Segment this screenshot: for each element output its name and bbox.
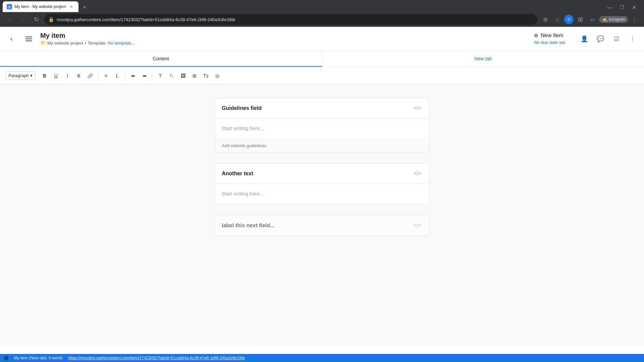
url-text: moodjoy.gathercontent.com/item/17423032?… bbox=[57, 17, 533, 22]
template-link[interactable]: No template... bbox=[108, 41, 135, 46]
header-actions: 👤 💬 ☑ ⋮ bbox=[578, 33, 639, 45]
back-button[interactable]: ← bbox=[4, 14, 15, 25]
extensions-button[interactable]: ⚙ bbox=[540, 14, 551, 25]
field-card-label: label this next field... </> bbox=[215, 215, 429, 236]
status-label[interactable]: New Item bbox=[541, 33, 564, 39]
underline-button[interactable]: U bbox=[51, 71, 61, 81]
more-options-button[interactable]: ⋮ bbox=[627, 33, 639, 45]
content-area[interactable]: Guidelines field </> Start writing here.… bbox=[0, 84, 644, 346]
status-dot bbox=[534, 34, 538, 38]
field-hint-guidelines: Add website guidelines bbox=[215, 139, 429, 152]
text-format-t-button[interactable]: T bbox=[155, 71, 165, 81]
new-tab-button[interactable]: + bbox=[80, 3, 89, 12]
status-bar: ⊞ My item (New tab): 0 words https://moo… bbox=[0, 354, 644, 362]
field-header-another-text: Another text </> bbox=[215, 164, 429, 184]
field-title-label: label this next field... bbox=[222, 223, 274, 229]
tabs-bar: Content New tab bbox=[0, 51, 644, 67]
field-code-button-guidelines[interactable]: </> bbox=[413, 104, 422, 113]
unordered-list-button[interactable]: ≡ bbox=[101, 71, 111, 81]
user-icon-button[interactable]: 👤 bbox=[578, 33, 590, 45]
bookmark-button[interactable]: ☆ bbox=[552, 14, 563, 25]
field-card-guidelines: Guidelines field </> Start writing here.… bbox=[215, 98, 429, 153]
tasks-button[interactable]: ☑ bbox=[610, 33, 623, 45]
paragraph-label: Paragraph bbox=[8, 73, 29, 78]
back-button[interactable]: ‹ bbox=[5, 33, 17, 45]
fields-container: Guidelines field </> Start writing here.… bbox=[208, 98, 436, 236]
new-tab-button[interactable]: New tab bbox=[322, 51, 644, 67]
eraser-button[interactable]: ◎ bbox=[212, 71, 222, 81]
header-subtitle: 📁 My website project • Template: No temp… bbox=[40, 40, 529, 46]
hamburger-menu-button[interactable] bbox=[23, 33, 35, 45]
subtitle-separator: • bbox=[85, 41, 87, 46]
formatting-toolbar: Paragraph ▾ B U I S 🔗 ≡ 1. ⬅ ➡ T T↓ 🖼 ⊞ … bbox=[0, 67, 644, 84]
field-editor-another-text[interactable]: Start writing here... bbox=[215, 184, 429, 204]
field-editor-guidelines[interactable]: Start writing here... bbox=[215, 119, 429, 139]
field-code-button-label[interactable]: </> bbox=[413, 221, 422, 230]
forward-button[interactable]: → bbox=[17, 14, 28, 25]
align-right-button[interactable]: ➡ bbox=[140, 71, 150, 81]
close-button[interactable]: ✕ bbox=[629, 3, 639, 12]
text-size-button[interactable]: Tz bbox=[201, 71, 211, 81]
item-title: My item bbox=[40, 32, 529, 40]
tab-title: My item - My website project bbox=[15, 4, 66, 9]
toolbar-divider-1 bbox=[98, 72, 98, 80]
status-row: New Item bbox=[534, 33, 564, 39]
address-bar[interactable]: 🔒 moodjoy.gathercontent.com/item/1742303… bbox=[44, 14, 537, 25]
due-date[interactable]: No due date set bbox=[534, 40, 565, 45]
field-placeholder-another-text: Start writing here... bbox=[222, 191, 264, 196]
status-bar-link: https://moodjoy.gathercontent.com/item/1… bbox=[68, 356, 245, 360]
browser-actions: ⚙ ☆ G ⊞ ▱ 🕵 Incognito ⋮ bbox=[540, 14, 640, 25]
status-bar-icon: ⊞ bbox=[4, 355, 8, 361]
sidebar-btn[interactable]: ▱ bbox=[587, 14, 598, 25]
italic-button[interactable]: I bbox=[62, 71, 72, 81]
browser-nav: ← → ↻ 🔒 moodjoy.gathercontent.com/item/1… bbox=[0, 12, 644, 27]
bold-button[interactable]: B bbox=[40, 71, 50, 81]
field-title-another-text: Another text bbox=[222, 171, 253, 177]
link-button[interactable]: 🔗 bbox=[85, 71, 95, 81]
folder-icon: 📁 bbox=[40, 40, 46, 46]
comments-button[interactable]: 💬 bbox=[594, 33, 606, 45]
header-title-area: My item 📁 My website project • Template:… bbox=[40, 32, 529, 46]
lock-icon: 🔒 bbox=[48, 17, 54, 22]
tab-favicon: g bbox=[7, 4, 12, 9]
paragraph-select[interactable]: Paragraph ▾ bbox=[5, 71, 36, 80]
strikethrough-button[interactable]: S bbox=[74, 71, 84, 81]
field-placeholder-guidelines: Start writing here... bbox=[222, 125, 264, 131]
template-label: Template: bbox=[88, 41, 106, 46]
toolbar-divider-3 bbox=[152, 72, 153, 80]
text-format-t2-button[interactable]: T↓ bbox=[167, 71, 177, 81]
image-button[interactable]: 🖼 bbox=[178, 71, 188, 81]
project-name: My website project bbox=[47, 41, 84, 46]
header-status: New Item No due date set bbox=[534, 33, 565, 45]
table-button[interactable]: ⊞ bbox=[190, 71, 200, 81]
align-left-button[interactable]: ⬅ bbox=[128, 71, 138, 81]
field-code-button-another-text[interactable]: </> bbox=[413, 169, 422, 178]
field-header-guidelines: Guidelines field </> bbox=[215, 98, 429, 119]
minimize-button[interactable]: — bbox=[605, 3, 614, 12]
toolbar-divider-2 bbox=[125, 72, 125, 80]
incognito-badge: 🕵 Incognito bbox=[599, 16, 628, 23]
profile-circle[interactable]: G bbox=[564, 15, 574, 24]
app-header: ‹ My item 📁 My website project • Templat… bbox=[0, 27, 644, 51]
extension-btn-1[interactable]: ⊞ bbox=[575, 14, 586, 25]
app-container: ‹ My item 📁 My website project • Templat… bbox=[0, 27, 644, 346]
field-title-guidelines: Guidelines field bbox=[222, 105, 262, 111]
field-card-another-text: Another text </> Start writing here... bbox=[215, 163, 429, 204]
status-bar-text: My item (New tab): 0 words bbox=[14, 356, 63, 360]
paragraph-chevron: ▾ bbox=[30, 73, 33, 78]
field-header-label: label this next field... </> bbox=[215, 216, 429, 236]
tab-close-button[interactable]: × bbox=[68, 4, 74, 10]
browser-tab-bar: g My item - My website project × + — ❐ ✕ bbox=[0, 0, 644, 12]
restore-button[interactable]: ❐ bbox=[617, 3, 627, 12]
ordered-list-button[interactable]: 1. bbox=[112, 71, 122, 81]
content-tab[interactable]: Content bbox=[0, 51, 322, 67]
active-browser-tab[interactable]: g My item - My website project × bbox=[3, 1, 78, 12]
menu-button[interactable]: ⋮ bbox=[629, 14, 640, 25]
refresh-button[interactable]: ↻ bbox=[31, 14, 42, 25]
